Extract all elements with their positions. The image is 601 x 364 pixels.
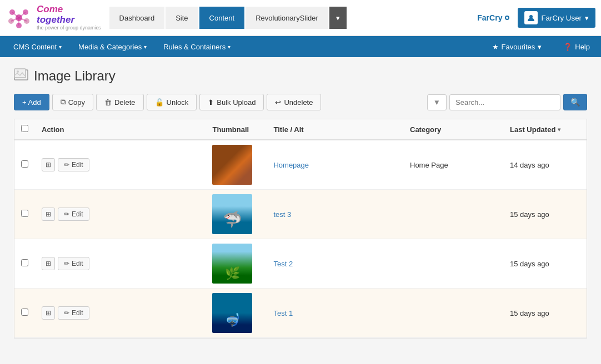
row-2-thumb-cell (206, 190, 267, 239)
row-3-grid-button[interactable]: ⊞ (42, 257, 55, 270)
user-button[interactable]: FarCry User ▾ (518, 8, 595, 28)
toolbar: + Add ⧉ Copy 🗑 Delete 🔓 Unlock ⬆ Bulk Up… (14, 94, 587, 110)
row-1-checkbox-cell (14, 140, 35, 190)
rules-containers-caret: ▾ (228, 44, 231, 50)
row-1-action-cell: ⊞ ✏ Edit (35, 140, 206, 190)
row-2-actions: ⊞ ✏ Edit (42, 208, 199, 221)
image-library-table: Action Thumbnail Title / Alt Category La… (14, 119, 587, 338)
col-title: Title / Alt (267, 119, 403, 140)
row-2-action-cell: ⊞ ✏ Edit (35, 190, 206, 239)
tab-dashboard[interactable]: Dashboard (109, 7, 165, 29)
farcry-circle-icon (505, 16, 509, 20)
row-1-title-cell: Homepage (267, 140, 403, 190)
search-input[interactable] (449, 94, 560, 110)
upload-icon: ⬆ (208, 98, 214, 107)
row-2-category-cell (403, 190, 503, 239)
svg-rect-13 (14, 69, 26, 78)
user-name-label: FarCry User (541, 14, 582, 22)
main-content: Image Library + Add ⧉ Copy 🗑 Delete 🔓 Un… (0, 57, 601, 364)
row-1-updated: 14 days ago (510, 161, 549, 169)
row-2-updated: 15 days ago (510, 210, 549, 219)
copy-button[interactable]: ⧉ Copy (52, 94, 93, 110)
select-all-checkbox[interactable] (21, 125, 28, 132)
row-1-thumb-cell (206, 140, 267, 190)
row-3-actions: ⊞ ✏ Edit (42, 257, 199, 270)
logo: Come together the power of group dynamic… (6, 4, 101, 31)
row-3-checkbox[interactable] (21, 259, 28, 266)
edit-pencil-icon: ✏ (64, 161, 69, 169)
row-4-thumb-cell (206, 289, 267, 338)
row-3-updated: 15 days ago (510, 260, 549, 268)
row-4-updated: 15 days ago (510, 309, 549, 317)
tab-more-dropdown[interactable]: ▾ (329, 7, 347, 29)
second-nav-right: ★ Favourites ▾ ❓ Help (484, 39, 595, 54)
row-1-title-link[interactable]: Homepage (273, 161, 309, 169)
row-2-edit-button[interactable]: ✏ Edit (58, 208, 89, 221)
help-button[interactable]: ❓ Help (558, 39, 595, 54)
col-thumbnail: Thumbnail (206, 119, 267, 140)
media-categories-menu[interactable]: Media & Categories ▾ (71, 36, 154, 57)
table-header-row: Action Thumbnail Title / Alt Category La… (14, 119, 587, 140)
row-3-thumb-cell (206, 239, 267, 289)
toolbar-left: + Add ⧉ Copy 🗑 Delete 🔓 Unlock ⬆ Bulk Up… (14, 94, 321, 110)
favourites-menu[interactable]: ★ Favourites ▾ (484, 39, 550, 54)
user-dropdown-icon: ▾ (585, 14, 589, 22)
sort-icon: ▾ (558, 127, 560, 133)
row-4-title-link[interactable]: Test 1 (273, 309, 293, 317)
row-4-checkbox-cell (14, 289, 35, 338)
bulk-upload-button[interactable]: ⬆ Bulk Upload (199, 94, 264, 110)
table-row: ⊞ ✏ Edit Test 1 (14, 289, 587, 338)
row-4-category-cell (403, 289, 503, 338)
top-navbar: Come together the power of group dynamic… (0, 0, 601, 36)
row-3-title-link[interactable]: Test 2 (273, 260, 293, 268)
undo-icon: ↩ (275, 98, 281, 107)
row-4-grid-button[interactable]: ⊞ (42, 306, 55, 320)
cms-content-menu[interactable]: CMS Content ▾ (6, 36, 69, 57)
row-1-grid-button[interactable]: ⊞ (42, 158, 55, 171)
rules-containers-menu[interactable]: Rules & Containers ▾ (156, 36, 238, 57)
logo-icon (6, 4, 32, 31)
row-2-title-cell: test 3 (267, 190, 403, 239)
tab-site[interactable]: Site (166, 7, 198, 29)
cms-content-label: CMS Content (13, 43, 57, 51)
select-all-col (14, 119, 35, 140)
row-2-grid-button[interactable]: ⊞ (42, 208, 55, 221)
second-nav-left: CMS Content ▾ Media & Categories ▾ Rules… (6, 36, 238, 57)
row-3-checkbox-cell (14, 239, 35, 289)
tab-content[interactable]: Content (199, 7, 245, 29)
media-categories-label: Media & Categories (78, 43, 142, 51)
row-3-edit-button[interactable]: ✏ Edit (58, 257, 89, 270)
row-4-actions: ⊞ ✏ Edit (42, 306, 199, 320)
edit-pencil-icon: ✏ (64, 210, 69, 218)
row-3-thumbnail (212, 244, 252, 284)
row-4-edit-button[interactable]: ✏ Edit (58, 306, 89, 320)
favourites-caret: ▾ (538, 43, 542, 51)
favourites-label: Favourites (502, 43, 535, 51)
add-button[interactable]: + Add (14, 94, 49, 110)
row-2-thumbnail (212, 194, 252, 234)
row-1-checkbox[interactable] (21, 160, 28, 168)
undelete-button[interactable]: ↩ Undelete (267, 94, 321, 110)
image-library-icon (14, 68, 28, 84)
edit-pencil-icon: ✏ (64, 309, 69, 317)
search-button[interactable]: 🔍 (563, 94, 587, 110)
delete-button[interactable]: 🗑 Delete (96, 94, 144, 110)
filter-button[interactable]: ▼ (427, 94, 447, 110)
row-1-thumbnail (212, 145, 252, 185)
top-right-area: FarCry FarCry User ▾ (477, 8, 595, 28)
row-1-edit-button[interactable]: ✏ Edit (58, 158, 89, 171)
tab-revslider[interactable]: RevolutionarySlider (246, 7, 328, 29)
page-title: Image Library (34, 68, 116, 84)
unlock-button[interactable]: 🔓 Unlock (147, 94, 197, 110)
cms-content-caret: ▾ (59, 44, 62, 50)
help-label: Help (575, 43, 590, 51)
row-3-title-cell: Test 2 (267, 239, 403, 289)
table-row: ⊞ ✏ Edit Homepage Home (14, 140, 587, 190)
row-2-title-link[interactable]: test 3 (273, 210, 291, 219)
table-row: ⊞ ✏ Edit Test 2 (14, 239, 587, 289)
row-2-checkbox[interactable] (21, 210, 28, 217)
edit-pencil-icon: ✏ (64, 260, 69, 267)
trash-icon: 🗑 (104, 98, 112, 107)
row-4-checkbox[interactable] (21, 309, 28, 316)
row-3-action-cell: ⊞ ✏ Edit (35, 239, 206, 289)
